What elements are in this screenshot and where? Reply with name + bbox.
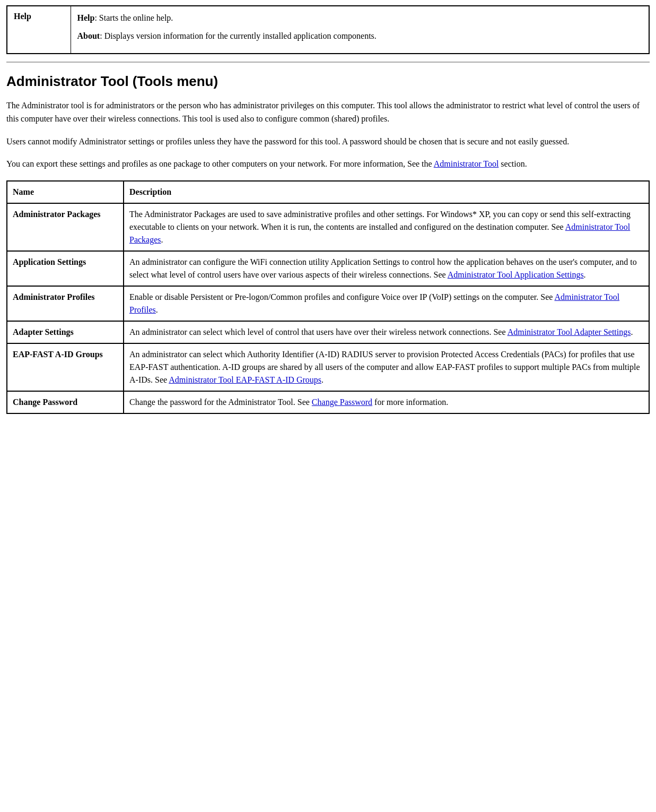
help-bold: Help: [77, 13, 95, 22]
table-row-link[interactable]: Administrator Tool Packages: [129, 222, 630, 244]
table-row-link[interactable]: Administrator Tool Profiles: [129, 292, 619, 314]
col-header-name: Name: [7, 181, 124, 203]
help-content: Help: Starts the online help. About: Dis…: [71, 6, 649, 54]
table-row: Change PasswordChange the password for t…: [7, 391, 649, 413]
help-table: Help Help: Starts the online help. About…: [6, 5, 650, 54]
table-cell-name: EAP-FAST A-ID Groups: [7, 343, 124, 391]
table-row-link[interactable]: Administrator Tool EAP-FAST A-ID Groups: [169, 375, 321, 384]
table-cell-name: Adapter Settings: [7, 321, 124, 343]
intro-paragraph-3: You can export these settings and profil…: [6, 158, 650, 171]
table-cell-desc: An administrator can select which level …: [124, 321, 649, 343]
paragraph3-after: section.: [501, 159, 527, 168]
about-bold: About: [77, 31, 100, 40]
page-wrapper: Help Help: Starts the online help. About…: [0, 0, 656, 430]
col-header-desc: Description: [124, 181, 649, 203]
table-cell-name: Administrator Packages: [7, 203, 124, 251]
table-row-link[interactable]: Administrator Tool Application Settings: [448, 270, 584, 279]
table-row: Adapter SettingsAn administrator can sel…: [7, 321, 649, 343]
table-body: Administrator PackagesThe Administrator …: [7, 203, 649, 413]
table-cell-name: Application Settings: [7, 251, 124, 286]
table-row: Administrator ProfilesEnable or disable …: [7, 286, 649, 321]
main-table: Name Description Administrator PackagesT…: [6, 180, 650, 414]
table-cell-desc: Enable or disable Persistent or Pre-logo…: [124, 286, 649, 321]
admin-tool-heading: Administrator Tool (Tools menu): [6, 73, 650, 90]
table-cell-desc: An administrator can configure the WiFi …: [124, 251, 649, 286]
admin-tool-link[interactable]: Administrator Tool: [434, 159, 499, 168]
table-row-link[interactable]: Administrator Tool Adapter Settings: [508, 327, 631, 336]
table-cell-name: Change Password: [7, 391, 124, 413]
section-divider: [6, 62, 650, 63]
table-row-link[interactable]: Change Password: [312, 398, 372, 407]
table-row: EAP-FAST A-ID GroupsAn administrator can…: [7, 343, 649, 391]
table-cell-desc: An administrator can select which Author…: [124, 343, 649, 391]
intro-paragraph-2: Users cannot modify Administrator settin…: [6, 135, 650, 149]
about-text: About: Displays version information for …: [77, 30, 643, 42]
table-header-row: Name Description: [7, 181, 649, 203]
table-cell-name: Administrator Profiles: [7, 286, 124, 321]
help-starts-text: Help: Starts the online help.: [77, 12, 643, 24]
paragraph3-before: You can export these settings and profil…: [6, 159, 432, 168]
intro-paragraph-1: The Administrator tool is for administra…: [6, 99, 650, 126]
table-cell-desc: The Administrator Packages are used to s…: [124, 203, 649, 251]
table-cell-desc: Change the password for the Administrato…: [124, 391, 649, 413]
table-row: Administrator PackagesThe Administrator …: [7, 203, 649, 251]
help-label: Help: [7, 6, 71, 54]
table-row: Application SettingsAn administrator can…: [7, 251, 649, 286]
